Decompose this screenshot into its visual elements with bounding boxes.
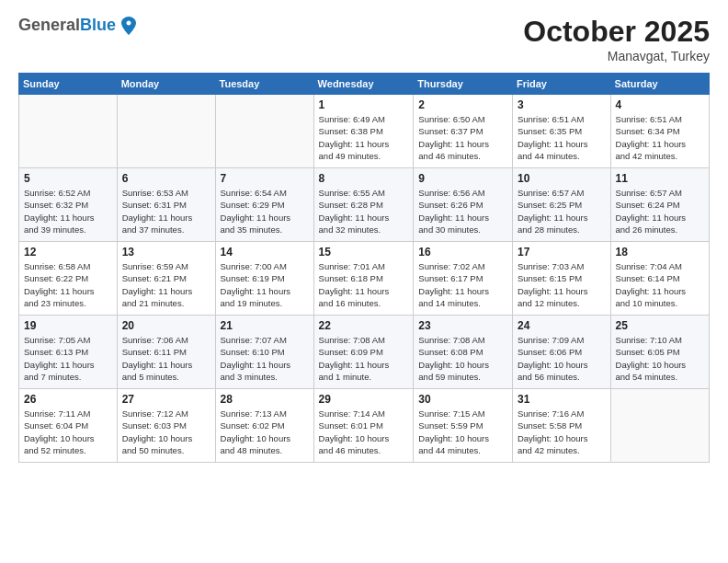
day-info: Sunrise: 7:15 AM Sunset: 5:59 PM Dayligh… xyxy=(418,408,507,456)
table-row: 27Sunrise: 7:12 AM Sunset: 6:03 PM Dayli… xyxy=(117,389,215,463)
header-monday: Monday xyxy=(117,74,215,95)
table-row: 28Sunrise: 7:13 AM Sunset: 6:02 PM Dayli… xyxy=(215,389,313,463)
table-row: 2Sunrise: 6:50 AM Sunset: 6:37 PM Daylig… xyxy=(414,95,513,168)
day-number: 16 xyxy=(418,246,507,259)
table-row xyxy=(19,95,118,168)
table-row: 30Sunrise: 7:15 AM Sunset: 5:59 PM Dayli… xyxy=(414,389,513,463)
table-row xyxy=(215,95,313,168)
header-thursday: Thursday xyxy=(414,74,513,95)
day-number: 4 xyxy=(616,98,704,111)
week-row-1: 5Sunrise: 6:52 AM Sunset: 6:32 PM Daylig… xyxy=(19,168,710,242)
day-info: Sunrise: 6:54 AM Sunset: 6:29 PM Dayligh… xyxy=(221,187,309,236)
day-number: 21 xyxy=(221,319,309,332)
header: GeneralBlue October 2025 Manavgat, Turke… xyxy=(18,15,710,63)
day-info: Sunrise: 6:53 AM Sunset: 6:31 PM Dayligh… xyxy=(122,187,210,236)
week-row-0: 1Sunrise: 6:49 AM Sunset: 6:38 PM Daylig… xyxy=(19,95,710,168)
table-row: 12Sunrise: 6:58 AM Sunset: 6:22 PM Dayli… xyxy=(19,242,118,316)
table-row: 17Sunrise: 7:03 AM Sunset: 6:15 PM Dayli… xyxy=(512,242,610,316)
day-number: 26 xyxy=(24,393,112,406)
day-number: 31 xyxy=(518,393,606,406)
day-number: 3 xyxy=(518,98,606,111)
day-number: 23 xyxy=(418,319,507,332)
day-info: Sunrise: 6:52 AM Sunset: 6:32 PM Dayligh… xyxy=(24,187,112,236)
day-number: 2 xyxy=(418,98,507,111)
table-row: 16Sunrise: 7:02 AM Sunset: 6:17 PM Dayli… xyxy=(414,242,513,316)
day-info: Sunrise: 7:10 AM Sunset: 6:05 PM Dayligh… xyxy=(616,334,704,383)
day-info: Sunrise: 7:12 AM Sunset: 6:03 PM Dayligh… xyxy=(122,408,210,456)
month-title: October 2025 xyxy=(523,15,710,49)
header-saturday: Saturday xyxy=(610,74,709,95)
calendar: Sunday Monday Tuesday Wednesday Thursday… xyxy=(18,73,710,463)
title-block: October 2025 Manavgat, Turkey xyxy=(523,15,710,63)
table-row: 6Sunrise: 6:53 AM Sunset: 6:31 PM Daylig… xyxy=(117,168,215,242)
logo: GeneralBlue xyxy=(18,15,140,37)
table-row: 7Sunrise: 6:54 AM Sunset: 6:29 PM Daylig… xyxy=(215,168,313,242)
day-number: 13 xyxy=(122,246,210,259)
table-row: 24Sunrise: 7:09 AM Sunset: 6:06 PM Dayli… xyxy=(512,316,610,389)
day-info: Sunrise: 6:57 AM Sunset: 6:24 PM Dayligh… xyxy=(616,187,704,236)
header-tuesday: Tuesday xyxy=(215,74,313,95)
table-row: 15Sunrise: 7:01 AM Sunset: 6:18 PM Dayli… xyxy=(313,242,414,316)
day-info: Sunrise: 7:14 AM Sunset: 6:01 PM Dayligh… xyxy=(319,408,409,456)
day-info: Sunrise: 7:13 AM Sunset: 6:02 PM Dayligh… xyxy=(221,408,309,456)
header-sunday: Sunday xyxy=(19,74,118,95)
day-number: 8 xyxy=(319,172,409,185)
day-info: Sunrise: 7:16 AM Sunset: 5:58 PM Dayligh… xyxy=(518,408,606,456)
day-number: 17 xyxy=(518,246,606,259)
day-number: 15 xyxy=(319,246,409,259)
table-row: 22Sunrise: 7:08 AM Sunset: 6:09 PM Dayli… xyxy=(313,316,414,389)
day-number: 18 xyxy=(616,246,704,259)
day-number: 5 xyxy=(24,172,112,185)
day-number: 27 xyxy=(122,393,210,406)
day-number: 9 xyxy=(418,172,507,185)
day-number: 24 xyxy=(518,319,606,332)
day-info: Sunrise: 6:51 AM Sunset: 6:34 PM Dayligh… xyxy=(616,113,704,162)
day-number: 11 xyxy=(616,172,704,185)
day-number: 6 xyxy=(122,172,210,185)
table-row: 29Sunrise: 7:14 AM Sunset: 6:01 PM Dayli… xyxy=(313,389,414,463)
table-row: 26Sunrise: 7:11 AM Sunset: 6:04 PM Dayli… xyxy=(19,389,118,463)
day-info: Sunrise: 7:11 AM Sunset: 6:04 PM Dayligh… xyxy=(24,408,112,456)
day-info: Sunrise: 7:00 AM Sunset: 6:19 PM Dayligh… xyxy=(221,260,309,309)
table-row: 11Sunrise: 6:57 AM Sunset: 6:24 PM Dayli… xyxy=(610,168,709,242)
table-row: 19Sunrise: 7:05 AM Sunset: 6:13 PM Dayli… xyxy=(19,316,118,389)
day-number: 28 xyxy=(221,393,309,406)
logo-icon xyxy=(118,15,140,37)
weekday-header-row: Sunday Monday Tuesday Wednesday Thursday… xyxy=(19,74,710,95)
day-info: Sunrise: 7:06 AM Sunset: 6:11 PM Dayligh… xyxy=(122,334,210,383)
day-info: Sunrise: 7:09 AM Sunset: 6:06 PM Dayligh… xyxy=(518,334,606,383)
table-row xyxy=(117,95,215,168)
day-number: 7 xyxy=(221,172,309,185)
table-row: 21Sunrise: 7:07 AM Sunset: 6:10 PM Dayli… xyxy=(215,316,313,389)
day-info: Sunrise: 7:08 AM Sunset: 6:09 PM Dayligh… xyxy=(319,334,409,383)
day-info: Sunrise: 6:57 AM Sunset: 6:25 PM Dayligh… xyxy=(518,187,606,236)
table-row: 4Sunrise: 6:51 AM Sunset: 6:34 PM Daylig… xyxy=(610,95,709,168)
week-row-4: 26Sunrise: 7:11 AM Sunset: 6:04 PM Dayli… xyxy=(19,389,710,463)
day-number: 1 xyxy=(319,98,409,111)
day-info: Sunrise: 6:49 AM Sunset: 6:38 PM Dayligh… xyxy=(319,113,409,162)
day-number: 30 xyxy=(418,393,507,406)
day-info: Sunrise: 6:56 AM Sunset: 6:26 PM Dayligh… xyxy=(418,187,507,236)
table-row xyxy=(610,389,709,463)
day-number: 10 xyxy=(518,172,606,185)
day-info: Sunrise: 7:02 AM Sunset: 6:17 PM Dayligh… xyxy=(418,260,507,309)
table-row: 13Sunrise: 6:59 AM Sunset: 6:21 PM Dayli… xyxy=(117,242,215,316)
day-info: Sunrise: 7:01 AM Sunset: 6:18 PM Dayligh… xyxy=(319,260,409,309)
table-row: 18Sunrise: 7:04 AM Sunset: 6:14 PM Dayli… xyxy=(610,242,709,316)
table-row: 25Sunrise: 7:10 AM Sunset: 6:05 PM Dayli… xyxy=(610,316,709,389)
day-info: Sunrise: 6:58 AM Sunset: 6:22 PM Dayligh… xyxy=(24,260,112,309)
page: GeneralBlue October 2025 Manavgat, Turke… xyxy=(0,0,728,563)
table-row: 10Sunrise: 6:57 AM Sunset: 6:25 PM Dayli… xyxy=(512,168,610,242)
day-info: Sunrise: 6:55 AM Sunset: 6:28 PM Dayligh… xyxy=(319,187,409,236)
day-number: 25 xyxy=(616,319,704,332)
day-info: Sunrise: 7:05 AM Sunset: 6:13 PM Dayligh… xyxy=(24,334,112,383)
day-info: Sunrise: 6:50 AM Sunset: 6:37 PM Dayligh… xyxy=(418,113,507,162)
day-info: Sunrise: 6:59 AM Sunset: 6:21 PM Dayligh… xyxy=(122,260,210,309)
logo-general: GeneralBlue xyxy=(18,17,116,35)
table-row: 23Sunrise: 7:08 AM Sunset: 6:08 PM Dayli… xyxy=(414,316,513,389)
table-row: 20Sunrise: 7:06 AM Sunset: 6:11 PM Dayli… xyxy=(117,316,215,389)
day-number: 22 xyxy=(319,319,409,332)
table-row: 1Sunrise: 6:49 AM Sunset: 6:38 PM Daylig… xyxy=(313,95,414,168)
table-row: 31Sunrise: 7:16 AM Sunset: 5:58 PM Dayli… xyxy=(512,389,610,463)
day-number: 14 xyxy=(221,246,309,259)
